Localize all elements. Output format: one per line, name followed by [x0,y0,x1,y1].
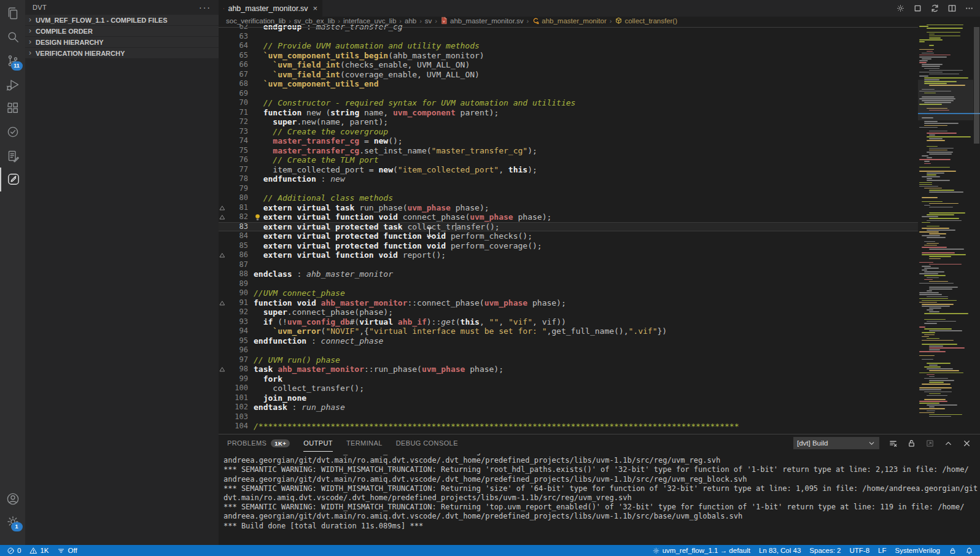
line-number[interactable]: 97 [227,355,248,365]
sidebar-item-uvm-ref-flow-1-1-compiled-files[interactable]: ›UVM_REF_FLOW_1.1 - COMPILED FILES [25,15,219,26]
activity-item-explorer[interactable] [0,1,25,25]
minimap-slider[interactable] [918,80,973,120]
code-line[interactable]: 96 [219,346,918,355]
line-number[interactable]: 85 [227,241,248,251]
line-number[interactable]: 81 [227,203,248,213]
status-item-dvt-build-config[interactable]: uvm_ref_flow_1.1 → default [648,547,755,555]
line-number[interactable]: 103 [227,412,248,422]
code-line[interactable]: 95endfunction : connect_phase [219,336,918,346]
square-icon[interactable] [913,4,922,13]
code-line[interactable]: 74 master_transfer_cg = new(); [219,136,918,146]
unlock-icon[interactable] [907,439,916,448]
line-number[interactable]: 72 [227,117,248,127]
breadcrumb-item[interactable]: collect_transfer() [615,17,677,25]
more-icon[interactable] [965,4,974,13]
code-line[interactable]: 80 // Additional class methods [219,193,918,203]
code-line[interactable]: 97// UVM run() phase [219,355,918,365]
code-line[interactable]: 92 super.connect_phase(phase); [219,307,918,317]
line-number[interactable]: 79 [227,184,248,194]
close-icon[interactable] [962,439,971,448]
scrollbar-slider[interactable] [974,27,979,144]
breadcrumb-item[interactable]: ahb_master_monitor.sv [440,17,524,25]
code-line[interactable]: 63 [219,32,918,42]
line-number[interactable]: 91 [227,298,248,308]
line-number[interactable]: 102 [227,403,248,412]
line-number[interactable]: 78 [227,174,248,184]
chevron-up-icon[interactable] [944,439,953,448]
code-line[interactable]: 86 extern virtual function void report()… [219,250,918,260]
code-line[interactable]: 78 endfunction : new [219,174,918,184]
lightbulb-icon[interactable] [254,214,261,222]
status-item-cursor-position[interactable]: Ln 83, Col 43 [755,547,805,554]
line-number[interactable]: 99 [227,374,248,384]
status-item-filter-off[interactable]: Off [53,547,81,555]
code-line[interactable]: 84 extern virtual protected function voi… [219,231,918,241]
activity-item-extensions[interactable] [0,96,25,120]
code-line[interactable]: 82 extern virtual function void connect_… [219,212,918,222]
line-number[interactable]: 83 [227,222,248,232]
panel-tab-debug-console[interactable]: DEBUG CONSOLE [396,435,458,451]
code-line[interactable]: 72 super.new(name, parent); [219,117,918,127]
status-item-notifications-bell[interactable] [961,547,978,555]
activity-item-dvt-tools[interactable] [0,168,25,191]
override-marker-icon[interactable] [219,300,225,306]
override-marker-icon[interactable] [219,214,225,220]
line-number[interactable]: 88 [227,269,248,279]
status-item-editor-lock[interactable] [944,547,961,555]
line-number[interactable]: 74 [227,136,248,146]
override-marker-icon[interactable] [219,205,225,211]
tab-close-icon[interactable]: × [313,4,317,13]
line-number[interactable]: 98 [227,365,248,374]
sidebar-more-actions-button[interactable]: ··· [199,2,211,12]
panel-tab-problems[interactable]: PROBLEMS1K+ [227,435,290,451]
code-line[interactable]: 99 fork [219,374,918,384]
code-line[interactable]: 89 [219,279,918,289]
code-line[interactable]: 83 extern virtual protected task collect… [219,222,918,232]
line-number[interactable]: 71 [227,108,248,118]
code-line[interactable]: 81 extern virtual task run_phase(uvm_pha… [219,203,918,213]
activity-item-search[interactable] [0,25,25,49]
line-number[interactable]: 70 [227,98,248,108]
status-item-language-mode[interactable]: SystemVerilog [890,547,944,554]
sidebar-item-compile-order[interactable]: ›COMPILE ORDER [25,26,219,37]
status-item-indentation[interactable]: Spaces: 2 [805,547,845,554]
clear-output-icon[interactable] [889,439,898,448]
line-number[interactable]: 80 [227,193,248,203]
line-number[interactable]: 101 [227,393,248,403]
code-line[interactable]: 66 `uvm_field_int(checks_enable, UVM_ALL… [219,60,918,70]
code-line[interactable]: 104/************************************… [219,422,918,431]
panel-tab-output[interactable]: OUTPUT [303,435,333,452]
code-line[interactable]: 94 `uvm_error("NOVIF",{"virtual interfac… [219,326,918,336]
status-item-problems-errors[interactable]: 0 [2,547,25,555]
line-number[interactable]: 86 [227,250,248,260]
line-number[interactable]: 89 [227,279,248,289]
status-item-eol[interactable]: LF [874,547,890,554]
line-number[interactable]: 100 [227,384,248,393]
line-number[interactable]: 65 [227,51,248,61]
code-line[interactable]: 75 master_transfer_cg.set_inst_name("mas… [219,146,918,156]
code-line[interactable]: 64 // Provide UVM automation and utility… [219,41,918,51]
code-line[interactable]: 102endtask : run_phase [219,403,918,412]
split-editor-icon[interactable] [947,4,957,13]
output-channel-select[interactable]: [dvt] Build [793,437,879,449]
breadcrumb-item[interactable]: ahb [405,17,416,25]
activity-item-source-control[interactable]: 11 [0,48,25,72]
line-number[interactable]: 95 [227,336,248,346]
line-number[interactable]: 92 [227,307,248,317]
code-line[interactable]: 77 item_collected_port = new("item_colle… [219,165,918,175]
code-area[interactable]: 62 endgroup : master_transfer_cg6364 // … [219,22,918,431]
activity-item-account[interactable] [0,487,25,511]
status-item-encoding[interactable]: UTF-8 [845,547,874,554]
line-number[interactable]: 66 [227,60,248,70]
breadcrumb-item[interactable]: soc_verification_lib [226,17,286,25]
activity-item-run-debug[interactable] [0,72,25,96]
line-number[interactable]: 90 [227,288,248,298]
code-line[interactable]: 100 collect_transfer(); [219,384,918,393]
line-number[interactable]: 76 [227,155,248,165]
code-line[interactable]: 76 // Create the TLM port [219,155,918,165]
code-line[interactable]: 93 if (!uvm_config_db#(virtual ahb_if)::… [219,317,918,327]
code-line[interactable]: 68 `uvm_component_utils_end [219,79,918,89]
activity-item-report-edit[interactable] [0,144,25,168]
line-number[interactable]: 73 [227,127,248,137]
code-line[interactable]: 98task ahb_master_monitor::run_phase(uvm… [219,365,918,374]
